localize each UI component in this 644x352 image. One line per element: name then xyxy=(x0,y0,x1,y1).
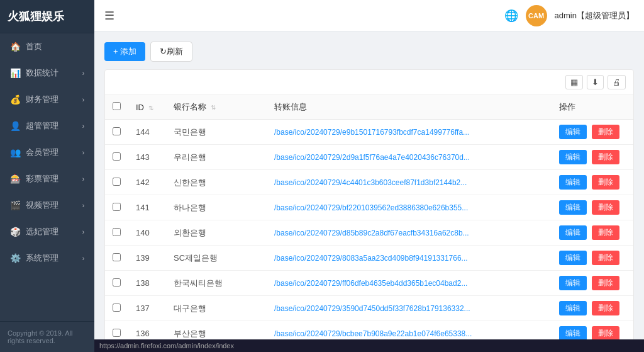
edit-button[interactable]: 编辑 xyxy=(559,225,587,240)
table-row: 141 하나은행 /base/ico/20240729/bf2201039562… xyxy=(105,195,633,220)
row-checkbox[interactable] xyxy=(113,152,121,161)
row-bank-name: 국민은행 xyxy=(166,120,267,145)
sidebar-label-super-mgmt: 超管管理 xyxy=(26,120,58,132)
col-header-checkbox xyxy=(105,95,128,120)
sidebar-label-yunji-mgmt: 选妃管理 xyxy=(26,226,58,237)
delete-button[interactable]: 删除 xyxy=(592,175,619,190)
row-bank-name: 외환은행 xyxy=(166,220,267,246)
row-transfer-info: /base/ico/20240729/ff06dfeb4635eb4dd365b… xyxy=(267,271,552,296)
sidebar-item-lottery[interactable]: 🎰 彩票管理 › xyxy=(0,166,94,192)
row-checkbox[interactable] xyxy=(113,178,121,186)
sidebar-arrow-finance: › xyxy=(82,96,84,103)
row-id: 137 xyxy=(128,296,166,321)
table-print-icon[interactable]: 🖨 xyxy=(608,75,626,89)
avatar[interactable]: CAM xyxy=(526,5,547,26)
sidebar-item-home[interactable]: 🏠 首页 xyxy=(0,33,94,60)
sidebar-item-finance[interactable]: 💰 财务管理 › xyxy=(0,86,94,113)
row-checkbox[interactable] xyxy=(113,228,121,236)
row-transfer-info: /base/ico/20240729/bf2201039562ed3886380… xyxy=(267,195,552,220)
sidebar-icon-data-stats: 📊 xyxy=(10,68,21,78)
row-checkbox-cell xyxy=(105,296,128,321)
sidebar-item-system-mgmt[interactable]: ⚙️ 系统管理 › xyxy=(0,245,94,271)
row-actions: 编辑 删除 xyxy=(552,195,633,220)
sidebar-icon-member-mgmt: 👥 xyxy=(10,147,21,157)
table-row: 140 외환은행 /base/ico/20240729/d85b89c2a8df… xyxy=(105,220,633,246)
row-id: 138 xyxy=(128,271,166,296)
menu-toggle-icon[interactable]: ☰ xyxy=(104,9,114,23)
edit-button[interactable]: 编辑 xyxy=(559,251,587,265)
table-view-icon[interactable]: ▦ xyxy=(565,75,583,89)
sidebar-item-super-mgmt[interactable]: 👤 超管管理 › xyxy=(0,113,94,139)
row-checkbox[interactable] xyxy=(113,253,121,261)
delete-button[interactable]: 删除 xyxy=(592,276,619,290)
sort-icon-id[interactable]: ⇅ xyxy=(148,105,153,111)
statusbar: https://admin.firefoxi.com/admin/index/i… xyxy=(94,339,644,352)
delete-button[interactable]: 删除 xyxy=(592,251,619,265)
edit-button[interactable]: 编辑 xyxy=(559,150,587,164)
row-checkbox-cell xyxy=(105,120,128,145)
row-bank-name: 신한은행 xyxy=(166,170,267,195)
status-url: https://admin.firefoxi.com/admin/index/i… xyxy=(99,342,234,349)
row-actions: 编辑 删除 xyxy=(552,246,633,271)
delete-button[interactable]: 删除 xyxy=(592,326,619,339)
sidebar: 火狐狸娱乐 🏠 首页 📊 数据统计 › 💰 财务管理 › 👤 超管管理 › 👥 … xyxy=(0,0,94,352)
table-download-icon[interactable]: ⬇ xyxy=(587,75,604,89)
sidebar-icon-video-mgmt: 🎬 xyxy=(10,200,21,210)
row-checkbox-cell xyxy=(105,246,128,271)
row-checkbox[interactable] xyxy=(113,329,121,337)
row-id: 143 xyxy=(128,145,166,170)
row-bank-name: 부산은행 xyxy=(166,321,267,340)
sidebar-item-video-mgmt[interactable]: 🎬 视频管理 › xyxy=(0,192,94,219)
select-all-checkbox[interactable] xyxy=(113,102,121,110)
row-bank-name: 한국씨티은행 xyxy=(166,271,267,296)
sidebar-icon-home: 🏠 xyxy=(10,42,21,52)
row-actions: 编辑 删除 xyxy=(552,296,633,321)
table-row: 136 부산은행 /base/ico/20240729/bcbee7b908a9… xyxy=(105,321,633,340)
edit-button[interactable]: 编辑 xyxy=(559,301,587,315)
sidebar-item-data-stats[interactable]: 📊 数据统计 › xyxy=(0,60,94,86)
row-transfer-info: /base/ico/20240729/e9b1501716793fbcdf7ca… xyxy=(267,120,552,145)
row-transfer-info: /base/ico/20240729/8083a5aa23cd409b8f941… xyxy=(267,246,552,271)
add-button[interactable]: + 添加 xyxy=(104,42,145,61)
sort-icon-bank[interactable]: ⇅ xyxy=(211,104,216,111)
row-checkbox[interactable] xyxy=(113,127,121,135)
sidebar-icon-system-mgmt: ⚙️ xyxy=(10,253,21,263)
sidebar-arrow-super-mgmt: › xyxy=(82,123,84,130)
delete-button[interactable]: 删除 xyxy=(592,225,619,240)
col-header-bank: 银行名称 ⇅ xyxy=(166,95,267,120)
sidebar-item-yunji-mgmt[interactable]: 🎲 选妃管理 › xyxy=(0,219,94,245)
sidebar-label-data-stats: 数据统计 xyxy=(26,67,58,79)
sidebar-item-member-mgmt[interactable]: 👥 会员管理 › xyxy=(0,139,94,166)
sidebar-menu: 🏠 首页 📊 数据统计 › 💰 财务管理 › 👤 超管管理 › 👥 会员管理 ›… xyxy=(0,33,94,321)
toolbar: + 添加 ↻刷新 xyxy=(104,42,634,62)
refresh-button[interactable]: ↻刷新 xyxy=(150,42,192,62)
row-actions: 编辑 删除 xyxy=(552,170,633,195)
sidebar-icon-yunji-mgmt: 🎲 xyxy=(10,227,21,237)
delete-button[interactable]: 删除 xyxy=(592,200,619,215)
sidebar-logo: 火狐狸娱乐 xyxy=(0,0,94,33)
edit-button[interactable]: 编辑 xyxy=(559,200,587,215)
delete-button[interactable]: 删除 xyxy=(592,150,619,164)
row-actions: 编辑 删除 xyxy=(552,321,633,340)
sidebar-label-system-mgmt: 系统管理 xyxy=(26,253,58,264)
edit-button[interactable]: 编辑 xyxy=(559,125,587,139)
edit-button[interactable]: 编辑 xyxy=(559,175,587,190)
row-transfer-info: /base/ico/20240729/2d9a1f5f76ae4a7e40204… xyxy=(267,145,552,170)
sidebar-arrow-system-mgmt: › xyxy=(82,255,84,262)
row-id: 136 xyxy=(128,321,166,340)
row-checkbox[interactable] xyxy=(113,304,121,312)
globe-icon[interactable]: 🌐 xyxy=(504,9,518,23)
col-header-transfer: 转账信息 xyxy=(267,95,552,120)
row-checkbox[interactable] xyxy=(113,203,121,211)
col-header-actions: 操作 xyxy=(552,95,633,120)
row-id: 140 xyxy=(128,220,166,246)
row-transfer-info: /base/ico/20240729/3590d7450dd5f33f7628b… xyxy=(267,296,552,321)
delete-button[interactable]: 删除 xyxy=(592,301,619,315)
row-checkbox[interactable] xyxy=(113,278,121,287)
edit-button[interactable]: 编辑 xyxy=(559,276,587,290)
col-header-id: ID ⇅ xyxy=(128,95,166,120)
edit-button[interactable]: 编辑 xyxy=(559,326,587,339)
delete-button[interactable]: 删除 xyxy=(592,125,619,139)
row-bank-name: 대구은행 xyxy=(166,296,267,321)
row-id: 142 xyxy=(128,170,166,195)
